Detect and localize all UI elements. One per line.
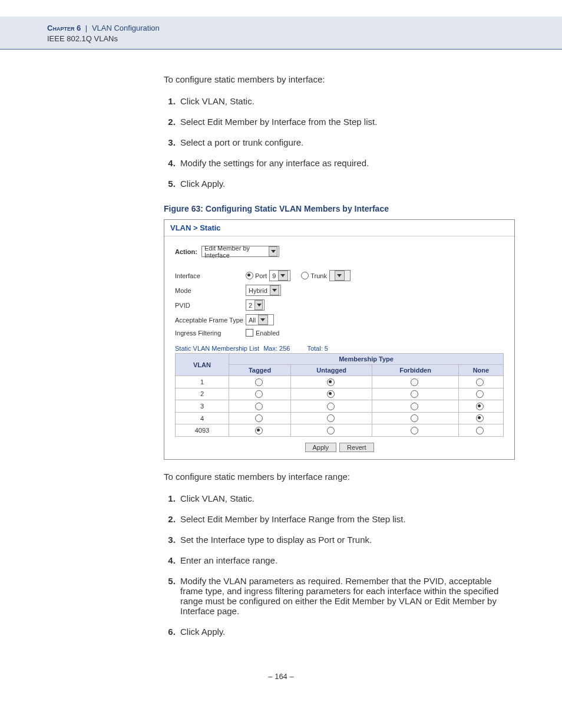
membership-radio-cell: [372, 400, 458, 413]
membership-radio[interactable]: [411, 414, 418, 422]
intro-paragraph-1: To configure static members by interface…: [164, 73, 515, 85]
membership-radio[interactable]: [327, 414, 335, 422]
membership-radio[interactable]: [255, 403, 263, 410]
step-item: Select a port or trunk configure.: [178, 137, 515, 147]
membership-radio[interactable]: [411, 390, 418, 398]
chapter-topic: VLAN Configuration: [92, 24, 160, 32]
membership-radio[interactable]: [476, 378, 484, 386]
membership-radio[interactable]: [255, 390, 263, 398]
chevron-down-icon: [269, 246, 277, 256]
step-item: Click Apply.: [178, 627, 515, 637]
membership-radio-cell: [291, 424, 372, 437]
vlan-id-cell: 3: [176, 400, 229, 413]
intro-paragraph-2: To configure static members by interface…: [164, 470, 515, 483]
figure-screenshot: VLAN > Static Action: Edit Member by Int…: [164, 219, 515, 460]
membership-radio[interactable]: [255, 427, 263, 434]
membership-radio-cell: [229, 376, 291, 388]
ui-breadcrumb: VLAN > Static: [164, 220, 514, 236]
membership-radio-cell: [291, 388, 372, 400]
membership-radio[interactable]: [255, 378, 263, 386]
membership-radio[interactable]: [327, 390, 335, 398]
table-row: 1: [176, 376, 504, 388]
membership-radio[interactable]: [327, 427, 335, 434]
membership-radio[interactable]: [327, 378, 335, 386]
ingress-label: Ingress Filtering: [175, 330, 246, 337]
port-radio-label: Port: [255, 272, 267, 279]
membership-list-header: Static VLAN Membership List Max: 256 Tot…: [175, 345, 504, 352]
pvid-select[interactable]: 2: [246, 299, 265, 311]
table-row: 3: [176, 400, 504, 413]
mode-label: Mode: [175, 287, 246, 294]
membership-radio-cell: [458, 388, 503, 400]
interface-trunk-radio[interactable]: [301, 272, 309, 279]
membership-radio-cell: [458, 412, 503, 424]
step-item: Click VLAN, Static.: [178, 96, 515, 106]
chapter-number: Chapter 6: [47, 24, 81, 32]
revert-button[interactable]: Revert: [339, 443, 373, 452]
vlan-id-cell: 4093: [176, 424, 229, 437]
membership-radio[interactable]: [411, 378, 418, 386]
chevron-down-icon: [258, 315, 268, 325]
col-none: None: [458, 365, 503, 376]
list-max: Max: 256: [263, 345, 290, 352]
chevron-down-icon: [335, 271, 345, 281]
apply-button[interactable]: Apply: [305, 443, 337, 452]
vlan-id-cell: 4: [176, 412, 229, 424]
trunk-select[interactable]: [329, 270, 351, 281]
page-header: Chapter 6 | VLAN Configuration IEEE 802.…: [0, 17, 562, 50]
vlan-id-cell: 1: [176, 376, 229, 388]
table-row: 4093: [176, 424, 504, 437]
step-item: Click VLAN, Static.: [178, 493, 515, 503]
list-total: Total: 5: [307, 345, 328, 352]
membership-radio-cell: [291, 412, 372, 424]
interface-label: Interface: [175, 272, 246, 279]
aft-select[interactable]: All: [246, 314, 274, 325]
membership-radio[interactable]: [411, 427, 418, 434]
port-select[interactable]: 9: [269, 270, 290, 281]
action-select[interactable]: Edit Member by Interface: [201, 246, 279, 257]
membership-radio-cell: [458, 376, 503, 388]
chevron-down-icon: [278, 271, 288, 281]
membership-radio-cell: [372, 424, 458, 437]
page-number: – 164 –: [0, 672, 562, 681]
membership-radio[interactable]: [476, 390, 484, 398]
membership-radio[interactable]: [476, 427, 484, 434]
step-item: Click Apply.: [178, 179, 515, 189]
steps-list-2: Click VLAN, Static. Select Edit Member b…: [164, 493, 515, 637]
interface-port-radio[interactable]: [246, 272, 253, 279]
mode-select[interactable]: Hybrid: [246, 285, 281, 296]
figure-caption: Figure 63: Configuring Static VLAN Membe…: [164, 204, 515, 213]
membership-radio[interactable]: [411, 403, 418, 410]
steps-list-1: Click VLAN, Static. Select Edit Member b…: [164, 96, 515, 189]
step-item: Enter an interface range.: [178, 555, 515, 565]
membership-radio-cell: [458, 400, 503, 413]
membership-radio-cell: [372, 412, 458, 424]
step-item: Set the Interface type to display as Por…: [178, 535, 515, 545]
membership-radio[interactable]: [327, 403, 335, 410]
aft-label: Acceptable Frame Type: [175, 317, 246, 324]
membership-radio[interactable]: [476, 414, 484, 422]
trunk-radio-label: Trunk: [310, 272, 327, 279]
pvid-label: PVID: [175, 302, 246, 309]
separator: |: [85, 24, 87, 32]
membership-radio-cell: [372, 376, 458, 388]
step-item: Modify the settings for any interface as…: [178, 158, 515, 168]
membership-radio[interactable]: [255, 414, 263, 422]
membership-radio-cell: [291, 400, 372, 413]
step-item: Select Edit Member by Interface Range fr…: [178, 514, 515, 524]
membership-radio-cell: [229, 400, 291, 413]
ingress-checkbox-label: Enabled: [256, 330, 279, 337]
membership-radio-cell: [229, 388, 291, 400]
vlan-membership-table: VLAN Membership Type Tagged Untagged For…: [175, 353, 504, 437]
chevron-down-icon: [270, 285, 279, 295]
col-untagged: Untagged: [291, 365, 372, 376]
action-select-value: Edit Member by Interface: [204, 245, 266, 259]
ingress-checkbox[interactable]: [246, 329, 253, 337]
vlan-id-cell: 2: [176, 388, 229, 400]
aft-select-value: All: [249, 317, 256, 324]
membership-radio[interactable]: [476, 403, 484, 410]
membership-type-header: Membership Type: [229, 354, 504, 365]
col-forbidden: Forbidden: [372, 365, 458, 376]
table-row: 4: [176, 412, 504, 424]
membership-radio-cell: [229, 424, 291, 437]
